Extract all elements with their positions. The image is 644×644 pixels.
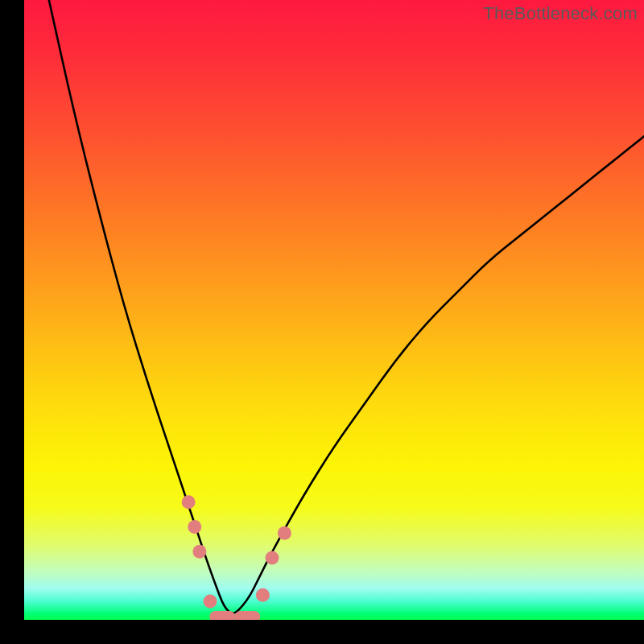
chart-plot-area: TheBottleneck.com bbox=[24, 0, 644, 620]
bottleneck-curve bbox=[49, 0, 644, 613]
valley-marker-dot bbox=[266, 551, 279, 565]
valley-marker-dot bbox=[256, 588, 270, 602]
valley-marker-pill bbox=[209, 611, 235, 620]
valley-marker-dot bbox=[188, 520, 201, 534]
valley-marker-dot bbox=[192, 545, 206, 559]
chart-frame: TheBottleneck.com bbox=[0, 0, 644, 644]
chart-overlay bbox=[24, 0, 644, 620]
valley-marker-dot bbox=[182, 495, 196, 509]
valley-marker-pill bbox=[234, 611, 260, 620]
valley-markers bbox=[182, 495, 291, 620]
valley-marker-dot bbox=[278, 526, 291, 540]
valley-marker-dot bbox=[204, 594, 217, 608]
